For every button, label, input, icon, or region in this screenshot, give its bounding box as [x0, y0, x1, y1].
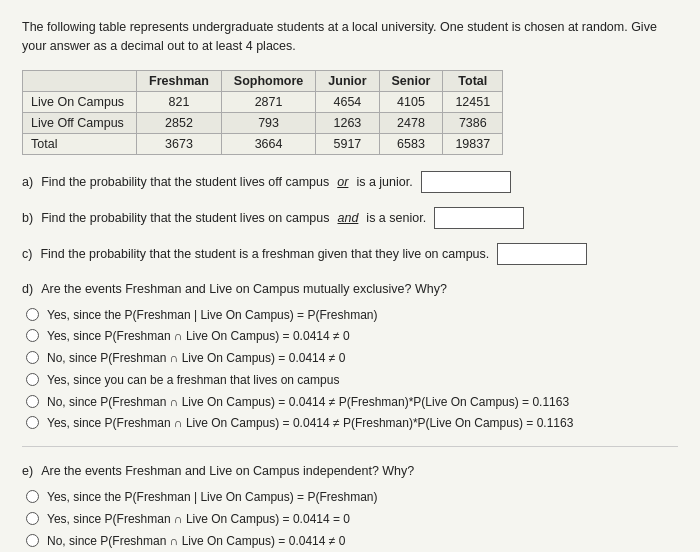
col-header-junior: Junior — [316, 70, 379, 91]
question-b: b) Find the probability that the student… — [22, 207, 678, 229]
cell-on-senior: 4105 — [379, 91, 443, 112]
radio-d-5[interactable] — [26, 395, 39, 408]
option-d-4[interactable]: Yes, since you can be a freshman that li… — [26, 372, 678, 389]
question-b-text-before: Find the probability that the student li… — [41, 208, 329, 228]
radio-d-1[interactable] — [26, 308, 39, 321]
radio-e-3[interactable] — [26, 534, 39, 547]
question-a-answer-box[interactable] — [421, 171, 511, 193]
row-label-live-off-campus: Live Off Campus — [23, 112, 137, 133]
question-a-text-before: Find the probability that the student li… — [41, 172, 329, 192]
table-row-live-on-campus: Live On Campus 821 2871 4654 4105 12451 — [23, 91, 503, 112]
cell-total-sophomore: 3664 — [221, 133, 315, 154]
question-d-label: d) — [22, 279, 33, 299]
question-a-or: or — [337, 172, 348, 192]
col-header-blank — [23, 70, 137, 91]
question-d: d) Are the events Freshman and Live on C… — [22, 279, 678, 433]
cell-total-freshman: 3673 — [137, 133, 222, 154]
question-a-label: a) — [22, 172, 33, 192]
option-d-6[interactable]: Yes, since P(Freshman ∩ Live On Campus) … — [26, 415, 678, 432]
intro-text: The following table represents undergrad… — [22, 18, 678, 56]
radio-e-1[interactable] — [26, 490, 39, 503]
cell-off-sophomore: 793 — [221, 112, 315, 133]
table-row-live-off-campus: Live Off Campus 2852 793 1263 2478 7386 — [23, 112, 503, 133]
option-d-2[interactable]: Yes, since P(Freshman ∩ Live On Campus) … — [26, 328, 678, 345]
cell-total-total: 19837 — [443, 133, 503, 154]
col-header-total: Total — [443, 70, 503, 91]
row-label-live-on-campus: Live On Campus — [23, 91, 137, 112]
radio-d-3[interactable] — [26, 351, 39, 364]
cell-on-total: 12451 — [443, 91, 503, 112]
question-e-options: Yes, since the P(Freshman | Live On Camp… — [26, 489, 678, 549]
option-d-5[interactable]: No, since P(Freshman ∩ Live On Campus) =… — [26, 394, 678, 411]
cell-total-senior: 6583 — [379, 133, 443, 154]
question-e-label: e) — [22, 461, 33, 481]
question-b-text-after: is a senior. — [366, 208, 426, 228]
cell-on-sophomore: 2871 — [221, 91, 315, 112]
cell-off-senior: 2478 — [379, 112, 443, 133]
cell-off-junior: 1263 — [316, 112, 379, 133]
row-label-total: Total — [23, 133, 137, 154]
question-c-text: Find the probability that the student is… — [40, 244, 489, 264]
option-e-1[interactable]: Yes, since the P(Freshman | Live On Camp… — [26, 489, 678, 506]
option-d-3-text: No, since P(Freshman ∩ Live On Campus) =… — [47, 350, 345, 367]
option-d-1-text: Yes, since the P(Freshman | Live On Camp… — [47, 307, 377, 324]
option-d-4-text: Yes, since you can be a freshman that li… — [47, 372, 339, 389]
question-b-label: b) — [22, 208, 33, 228]
question-b-answer-box[interactable] — [434, 207, 524, 229]
question-c-label: c) — [22, 244, 32, 264]
option-e-1-text: Yes, since the P(Freshman | Live On Camp… — [47, 489, 377, 506]
radio-e-2[interactable] — [26, 512, 39, 525]
question-e-text: Are the events Freshman and Live on Camp… — [41, 461, 414, 481]
question-c-answer-box[interactable] — [497, 243, 587, 265]
data-table: Freshman Sophomore Junior Senior Total L… — [22, 70, 503, 155]
cell-on-junior: 4654 — [316, 91, 379, 112]
option-d-1[interactable]: Yes, since the P(Freshman | Live On Camp… — [26, 307, 678, 324]
question-d-text: Are the events Freshman and Live on Camp… — [41, 279, 447, 299]
option-e-3-text: No, since P(Freshman ∩ Live On Campus) =… — [47, 533, 345, 550]
radio-d-4[interactable] — [26, 373, 39, 386]
option-e-2[interactable]: Yes, since P(Freshman ∩ Live On Campus) … — [26, 511, 678, 528]
option-e-3[interactable]: No, since P(Freshman ∩ Live On Campus) =… — [26, 533, 678, 550]
table-row-total: Total 3673 3664 5917 6583 19837 — [23, 133, 503, 154]
option-d-6-text: Yes, since P(Freshman ∩ Live On Campus) … — [47, 415, 573, 432]
option-d-3[interactable]: No, since P(Freshman ∩ Live On Campus) =… — [26, 350, 678, 367]
question-a: a) Find the probability that the student… — [22, 171, 678, 193]
question-d-options: Yes, since the P(Freshman | Live On Camp… — [26, 307, 678, 433]
col-header-freshman: Freshman — [137, 70, 222, 91]
col-header-senior: Senior — [379, 70, 443, 91]
radio-d-6[interactable] — [26, 416, 39, 429]
question-e: e) Are the events Freshman and Live on C… — [22, 461, 678, 549]
radio-d-2[interactable] — [26, 329, 39, 342]
option-e-2-text: Yes, since P(Freshman ∩ Live On Campus) … — [47, 511, 350, 528]
section-divider — [22, 446, 678, 447]
cell-on-freshman: 821 — [137, 91, 222, 112]
option-d-5-text: No, since P(Freshman ∩ Live On Campus) =… — [47, 394, 569, 411]
cell-off-freshman: 2852 — [137, 112, 222, 133]
question-a-text-after: is a junior. — [356, 172, 412, 192]
option-d-2-text: Yes, since P(Freshman ∩ Live On Campus) … — [47, 328, 350, 345]
col-header-sophomore: Sophomore — [221, 70, 315, 91]
question-b-and: and — [338, 208, 359, 228]
cell-off-total: 7386 — [443, 112, 503, 133]
cell-total-junior: 5917 — [316, 133, 379, 154]
question-c: c) Find the probability that the student… — [22, 243, 678, 265]
